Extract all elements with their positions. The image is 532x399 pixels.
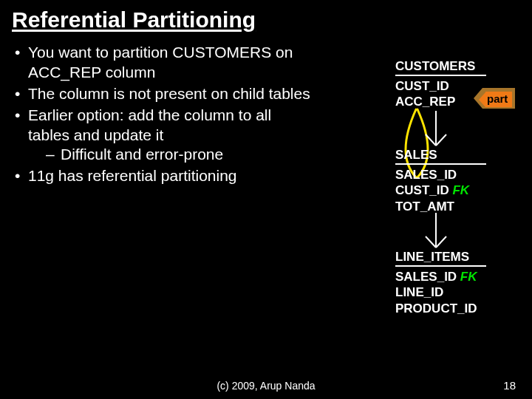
customers-col-1: CUST_ID [395, 78, 486, 94]
svg-line-5 [436, 236, 446, 248]
arrow-tip [479, 92, 485, 107]
table-sales: SALES SALES_ID CUST_ID FK TOT_AMT [395, 148, 486, 214]
bullet-3: Earlier option: add the column to all ta… [12, 106, 316, 166]
customers-title: CUSTOMERS [395, 59, 486, 76]
bullet-2: The column is not present on child table… [12, 84, 316, 104]
sales-col-2: CUST_ID FK [395, 183, 486, 198]
table-customers: CUSTOMERS CUST_ID ACC_REP [395, 59, 486, 110]
lineitems-title: LINE_ITEMS [395, 250, 486, 267]
bullet-3-text: Earlier option: add the column to all ta… [28, 106, 271, 143]
sales-title: SALES [395, 148, 486, 165]
bullet-3-sub: Difficult and error-prone [46, 145, 316, 165]
customers-col-2: ACC_REP [395, 94, 486, 109]
sales-fk: FK [452, 183, 469, 197]
svg-line-4 [426, 236, 436, 248]
slide-title: Referential Partitioning [0, 0, 532, 38]
part-tag: part [479, 92, 512, 107]
sales-col-3: TOT_AMT [395, 199, 486, 214]
bullet-4: 11g has referential partitioning [12, 166, 316, 186]
sales-col-1: SALES_ID [395, 167, 486, 183]
page-number: 18 [503, 379, 516, 392]
lineitems-col-3: PRODUCT_ID [395, 301, 486, 316]
lineitems-fk: FK [460, 270, 477, 284]
bullet-1: You want to partition CUSTOMERS on ACC_R… [12, 43, 316, 83]
lineitems-col-2: LINE_ID [395, 284, 486, 300]
part-label: part [485, 92, 512, 107]
table-line-items: LINE_ITEMS SALES_ID FK LINE_ID PRODUCT_I… [395, 250, 486, 316]
footer-copyright: (c) 2009, Arup Nanda [0, 380, 532, 392]
lineitems-col-1: SALES_ID FK [395, 269, 486, 284]
bullet-list: You want to partition CUSTOMERS on ACC_R… [12, 43, 322, 188]
